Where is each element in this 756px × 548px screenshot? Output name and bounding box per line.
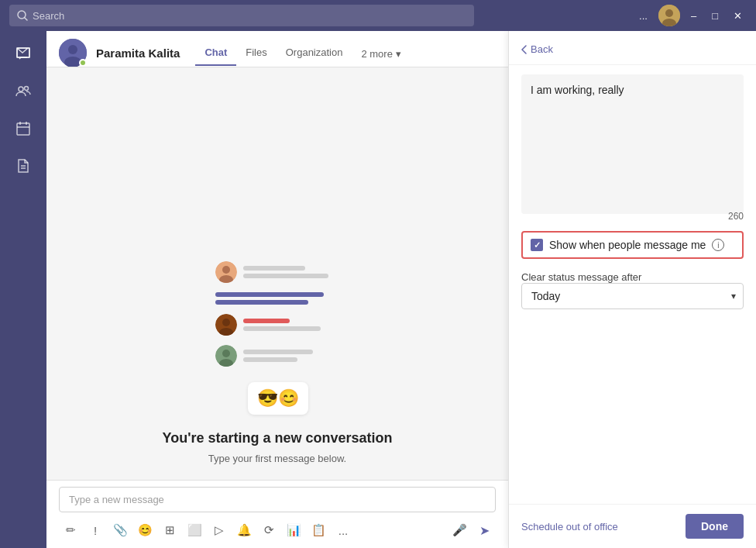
svg-point-6 — [19, 87, 23, 91]
message-input-placeholder[interactable]: Type a new message — [59, 487, 496, 512]
info-icon[interactable]: i — [712, 239, 724, 251]
avatar[interactable] — [658, 5, 680, 26]
sidebar-item-chat[interactable] — [6, 37, 40, 71]
msg-line — [243, 357, 297, 362]
meet-button[interactable]: 🔔 — [232, 519, 256, 542]
msg-line-purple — [215, 292, 324, 297]
more-options-button[interactable]: ... — [634, 7, 652, 25]
msg-avatar-3 — [215, 314, 237, 336]
title-bar: ... – □ ✕ — [0, 0, 756, 31]
schedule-out-of-office-link[interactable]: Schedule out of office — [521, 521, 618, 532]
tab-organization[interactable]: Organization — [277, 40, 352, 66]
online-status-dot — [79, 59, 87, 67]
msg-preview-3 — [215, 314, 339, 336]
chat-illustration: 😎😊 — [215, 261, 339, 415]
chat-body: 😎😊 You're starting a new conversation Ty… — [46, 67, 508, 480]
msg-avatar-4 — [215, 345, 237, 367]
msg-line-red — [243, 319, 290, 323]
search-icon — [17, 10, 28, 21]
msg-preview-4 — [215, 345, 339, 367]
tab-chat[interactable]: Chat — [195, 40, 236, 66]
media-button[interactable]: ▷ — [208, 519, 231, 542]
search-container — [9, 5, 474, 26]
clear-after-dropdown[interactable]: Never Today 1 hour 4 hours This week — [521, 283, 744, 309]
msg-line — [243, 326, 321, 331]
minimize-button[interactable]: – — [686, 7, 701, 25]
tab-files[interactable]: Files — [236, 40, 276, 66]
message-toolbar: ✏ ! 📎 😊 ⊞ ⬜ ▷ 🔔 ⟳ 📊 📋 ... 🎤 ➤ — [59, 519, 496, 542]
chat-header: Paramita Kalita Chat Files Organization … — [46, 31, 508, 67]
schedule-button[interactable]: ⟳ — [257, 519, 280, 542]
done-button[interactable]: Done — [686, 514, 744, 539]
svg-rect-8 — [17, 123, 29, 135]
status-textarea[interactable] — [521, 74, 744, 214]
chat-area: Paramita Kalita Chat Files Organization … — [46, 31, 508, 548]
sidebar — [0, 31, 46, 548]
msg-avatar-1 — [215, 261, 237, 283]
conversation-title: You're starting a new conversation — [162, 430, 392, 446]
back-chevron-icon — [521, 45, 527, 54]
svg-point-3 — [665, 9, 673, 17]
status-textarea-wrapper: 260 — [521, 74, 744, 222]
svg-point-18 — [222, 266, 230, 274]
chat-user-avatar — [59, 39, 87, 67]
conversation-subtitle: Type your first message below. — [208, 453, 346, 464]
right-panel: Back 260 Show when people message me i C… — [508, 31, 756, 548]
msg-lines-3 — [243, 319, 321, 331]
emoji-button[interactable]: 😊 — [133, 519, 156, 542]
show-message-label: Show when people message me — [549, 239, 706, 251]
show-when-message-row: Show when people message me i — [521, 231, 744, 259]
message-previews — [215, 261, 339, 367]
sticker-button[interactable]: ⬜ — [183, 519, 206, 542]
clear-after-dropdown-wrapper: Never Today 1 hour 4 hours This week ▾ — [521, 283, 744, 309]
close-button[interactable]: ✕ — [729, 7, 747, 25]
title-bar-actions: ... – □ ✕ — [634, 5, 747, 26]
clear-after-section: Clear status message after Never Today 1… — [521, 268, 744, 309]
svg-point-21 — [222, 319, 230, 326]
search-input[interactable] — [33, 10, 466, 22]
back-button[interactable]: Back — [521, 43, 553, 55]
msg-line-purple — [215, 300, 308, 305]
sidebar-item-teams[interactable] — [6, 74, 40, 109]
msg-line — [243, 274, 328, 278]
whiteboard-button[interactable]: 📋 — [307, 519, 330, 542]
sidebar-item-calendar[interactable] — [6, 112, 40, 146]
msg-line — [243, 266, 305, 271]
show-message-checkbox[interactable] — [531, 239, 543, 251]
chat-user-name: Paramita Kalita — [96, 47, 180, 60]
msg-lines-2 — [215, 292, 324, 305]
svg-point-7 — [25, 87, 29, 91]
clear-after-label: Clear status message after — [521, 271, 744, 283]
dictate-button[interactable]: 🎤 — [448, 519, 471, 542]
emoji-display: 😎😊 — [248, 382, 308, 415]
chat-tabs: Chat Files Organization 2 more ▾ — [195, 40, 410, 66]
msg-preview-1 — [215, 261, 339, 283]
msg-lines-4 — [243, 350, 313, 362]
sidebar-item-files[interactable] — [6, 149, 40, 183]
chart-button[interactable]: 📊 — [282, 519, 305, 542]
svg-line-1 — [25, 18, 27, 20]
more-tools-button[interactable]: ... — [332, 519, 355, 542]
msg-preview-2 — [215, 292, 324, 305]
panel-footer: Schedule out of office Done — [509, 504, 756, 548]
panel-content: 260 Show when people message me i Clear … — [509, 65, 756, 504]
send-button[interactable]: ➤ — [472, 519, 496, 542]
panel-header: Back — [509, 31, 756, 65]
format-button[interactable]: ✏ — [59, 519, 82, 542]
svg-point-24 — [222, 350, 230, 357]
attach-button[interactable]: 📎 — [108, 519, 132, 542]
msg-lines-1 — [243, 266, 328, 278]
tab-more[interactable]: 2 more ▾ — [352, 42, 410, 66]
message-input-area: Type a new message ✏ ! 📎 😊 ⊞ ⬜ ▷ 🔔 ⟳ 📊 📋… — [46, 480, 508, 548]
svg-point-15 — [68, 45, 77, 54]
msg-line — [243, 350, 313, 354]
gif-button[interactable]: ⊞ — [158, 519, 181, 542]
main-layout: Paramita Kalita Chat Files Organization … — [0, 31, 756, 548]
maximize-button[interactable]: □ — [707, 7, 723, 25]
important-button[interactable]: ! — [84, 519, 107, 542]
back-label: Back — [531, 43, 553, 55]
